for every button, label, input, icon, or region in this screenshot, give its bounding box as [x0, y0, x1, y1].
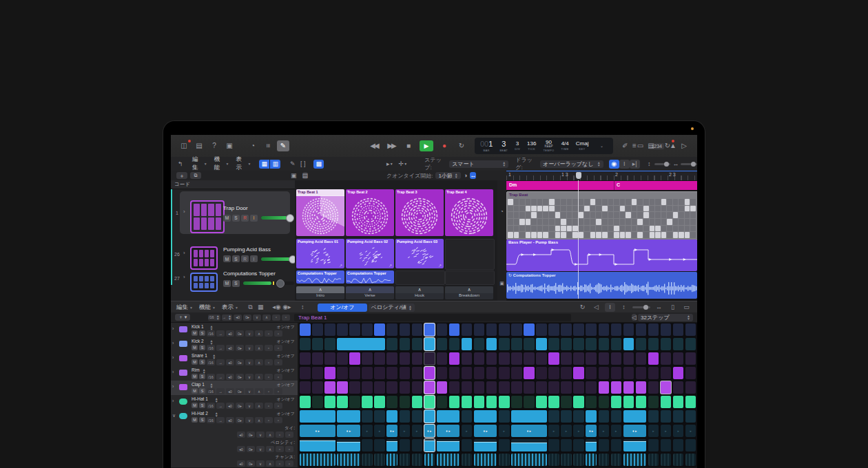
lane-decrement[interactable]: ∨: [256, 460, 265, 467]
s-button[interactable]: S: [199, 417, 205, 423]
step-cell-off[interactable]: [449, 367, 460, 379]
step-cell-on[interactable]: [362, 396, 373, 408]
step-cell-off[interactable]: [300, 367, 311, 379]
trap-note-cell[interactable]: [626, 206, 631, 212]
row-option-b[interactable]: ▫: [274, 388, 282, 394]
trap-note-cell[interactable]: [614, 199, 619, 205]
row-direction[interactable]: →: [216, 345, 225, 351]
step-cell-off[interactable]: [499, 338, 510, 350]
step-cell-off[interactable]: [437, 352, 448, 365]
pattern-octave-down[interactable]: ∨: [253, 315, 261, 321]
step-cell-off[interactable]: [611, 323, 622, 336]
lane-header[interactable]: チャンス:◂00▸∨∧▫▫: [171, 453, 298, 468]
row-option-b[interactable]: ▫: [274, 417, 282, 423]
live-loops-cell[interactable]: Trap Beat 2: [346, 189, 394, 236]
step-cell-off[interactable]: [524, 338, 535, 350]
trap-note-cell[interactable]: [555, 212, 561, 218]
row-disclosure-icon[interactable]: ∨: [172, 413, 176, 418]
step-cell-off[interactable]: [661, 338, 672, 350]
step-cell-off[interactable]: [486, 323, 497, 336]
i-button[interactable]: I: [250, 215, 258, 222]
track-header[interactable]: ›Computations TopperMS: [180, 270, 293, 287]
row-option-b[interactable]: ▫: [274, 330, 282, 337]
trap-note-cell[interactable]: [614, 226, 619, 232]
lcd-chevron-icon[interactable]: ⌄: [595, 140, 608, 151]
step-cell-on[interactable]: [586, 410, 597, 423]
step-cell-on[interactable]: [462, 396, 473, 408]
step-cell-off[interactable]: [611, 352, 622, 365]
step-cell-off[interactable]: [636, 323, 647, 336]
step-cell-off[interactable]: [312, 352, 323, 365]
lane-rotate-left[interactable]: ◂0: [237, 432, 245, 438]
row-rate[interactable]: /16: [207, 374, 215, 380]
step-cell-off[interactable]: [349, 323, 360, 336]
chance-cell[interactable]: [386, 454, 397, 466]
row-direction[interactable]: →: [216, 330, 225, 337]
trap-note-cell[interactable]: [643, 199, 649, 205]
step-cell-off[interactable]: [561, 410, 572, 423]
row-rate[interactable]: /16: [207, 417, 215, 423]
lane-step-cell[interactable]: [648, 439, 659, 451]
step-cell-off[interactable]: [400, 410, 411, 423]
trap-note-cell[interactable]: [690, 206, 696, 212]
pattern-option-a[interactable]: ▫: [272, 315, 280, 321]
trap-note-cell[interactable]: [626, 226, 631, 232]
trap-beat-region[interactable]: Trap Beat: [506, 191, 697, 240]
play-button[interactable]: ▶: [420, 140, 433, 151]
trap-note-cell[interactable]: [620, 199, 626, 205]
trap-note-cell[interactable]: [632, 232, 637, 238]
zoom-v-slider[interactable]: [654, 163, 671, 165]
lane-step-cell[interactable]: ▸: [412, 425, 423, 437]
trap-note-cell[interactable]: [590, 232, 596, 238]
trap-note-cell[interactable]: [632, 226, 637, 232]
step-cell-off[interactable]: [412, 338, 423, 350]
chance-cell[interactable]: [511, 454, 547, 466]
m-button[interactable]: M: [192, 345, 198, 350]
step-cell-off[interactable]: [586, 338, 597, 350]
step-cell-off[interactable]: [636, 338, 647, 350]
step-cell-off[interactable]: [648, 338, 659, 350]
trap-note-cell[interactable]: [620, 212, 626, 218]
step-cell-on[interactable]: [300, 323, 311, 336]
live-loops-cell[interactable]: Trap Beat 4: [445, 189, 493, 236]
bass-region[interactable]: Bass Player - Pump Bass: [506, 240, 697, 271]
trap-note-cell[interactable]: [590, 212, 596, 218]
step-cell-on[interactable]: [337, 338, 385, 350]
step-cell-on[interactable]: [462, 338, 473, 350]
scene-trigger[interactable]: ∧Intro: [296, 286, 344, 299]
step-cell-off[interactable]: [685, 323, 696, 336]
lane-step-cell[interactable]: [599, 439, 610, 451]
trap-note-cell[interactable]: [650, 232, 655, 238]
lane-step-cell[interactable]: [337, 439, 360, 451]
trap-note-cell[interactable]: [602, 232, 608, 238]
trap-note-cell[interactable]: [608, 206, 614, 212]
step-cell-off[interactable]: [661, 410, 672, 423]
snapshot-icon[interactable]: ▣: [291, 173, 297, 179]
m-button[interactable]: M: [192, 403, 198, 408]
trap-note-cell[interactable]: [673, 199, 679, 205]
chance-cell[interactable]: [685, 454, 696, 466]
trap-note-cell[interactable]: [579, 212, 584, 218]
trap-note-cell[interactable]: [531, 206, 537, 212]
row-rotate-left[interactable]: ◂0: [226, 403, 234, 409]
row-direction[interactable]: →: [216, 388, 225, 394]
lane-step-cell[interactable]: [362, 439, 373, 451]
step-cell-off[interactable]: [349, 396, 360, 408]
row-name[interactable]: Clap 1: [192, 382, 205, 387]
trap-note-cell[interactable]: [567, 199, 572, 205]
pencil-tool-icon[interactable]: ✎: [287, 160, 298, 169]
trap-note-cell[interactable]: [590, 226, 596, 232]
step-cell-off[interactable]: [474, 381, 485, 394]
row-name[interactable]: Rim: [192, 368, 200, 372]
seq-text-tool-icon[interactable]: I: [605, 303, 615, 312]
lane-step-cell[interactable]: ▸: [685, 425, 696, 437]
trap-note-cell[interactable]: [519, 199, 525, 205]
step-cell-off[interactable]: [586, 381, 597, 394]
trap-note-cell[interactable]: [637, 212, 643, 218]
step-cell-off[interactable]: [548, 367, 559, 379]
record-button[interactable]: ●: [438, 140, 451, 151]
step-cell-on[interactable]: [524, 367, 535, 379]
catch-playhead-icon[interactable]: ◉: [609, 160, 619, 169]
step-cell-off[interactable]: [561, 381, 572, 394]
trap-note-cell[interactable]: [579, 199, 584, 205]
